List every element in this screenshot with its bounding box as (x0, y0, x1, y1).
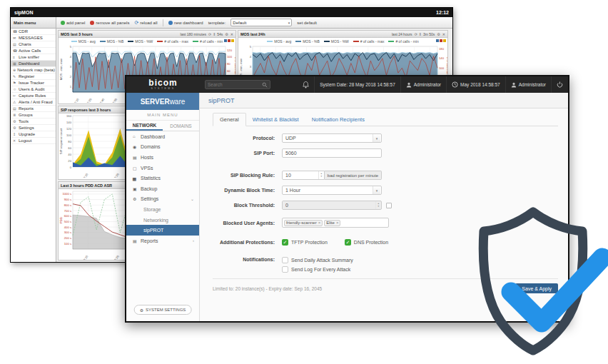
notifications-bell[interactable] (298, 76, 314, 93)
sidebar-item-backup[interactable]: ▣Backup (126, 183, 199, 194)
export-icon[interactable] (228, 39, 230, 42)
settings-icon[interactable]: ⚙ (225, 32, 228, 36)
sipmon-menu-item[interactable]: ☎CDR (11, 29, 56, 35)
bicom-logo: bicom SYSTEMS (126, 79, 200, 91)
checked-checkbox[interactable]: ✓ (282, 239, 288, 246)
blocking-rule-input[interactable] (283, 171, 318, 179)
sipmon-menu-item[interactable]: ≣Groups (11, 112, 56, 118)
sidebar-item-sipprot[interactable]: sipPROT (126, 225, 199, 236)
sidebar-item-reports[interactable]: ▤Reports› (126, 236, 199, 246)
sipmon-titlebar[interactable]: sipMON 12:12 (11, 8, 452, 17)
blocked-user-agents-input[interactable]: friendly-scanner×Elite× (282, 218, 389, 228)
sidebar-item-storage[interactable]: Storage (126, 204, 199, 215)
svg-text:600 s: 600 s (64, 214, 71, 218)
export-icon[interactable] (224, 39, 227, 42)
close-icon[interactable]: ✕ (442, 32, 445, 36)
tab-general[interactable]: General (213, 113, 246, 126)
search-box[interactable] (205, 80, 270, 89)
user-menu-2[interactable]: Administrator (505, 76, 551, 93)
sipmon-menu-item[interactable]: ⊕Network map (beta) (11, 67, 56, 74)
sipmon-menu-item[interactable]: ⚙Tools (11, 118, 56, 125)
sipmon-menu-item[interactable]: ▦Dashboard (11, 61, 56, 67)
sipmon-menu-item[interactable]: ☎Active Calls (11, 48, 56, 54)
tag-label: friendly-scanner (286, 221, 317, 225)
unchecked-checkbox[interactable] (282, 257, 288, 263)
sidebar-item-statistics[interactable]: ▅Statistics (126, 173, 199, 183)
checkbox-row: Send Log For Every Attack (282, 266, 353, 273)
sidebar-item-hosts[interactable]: ▤Hosts (126, 152, 199, 163)
legend-swatch (295, 41, 301, 42)
sipmon-menu-item[interactable]: ⚑Issue Tracker (11, 80, 56, 86)
remove-tag-icon[interactable]: × (336, 221, 339, 225)
block-threshold-stepper[interactable]: ▲▼ (282, 201, 382, 210)
unchecked-checkbox[interactable] (282, 266, 288, 273)
sidebar-item-settings[interactable]: ⚙Settings⌄ (126, 194, 199, 205)
sidebar-item-dashboard[interactable]: ⌂Dashboard (126, 131, 199, 142)
legend-swatch (388, 41, 394, 42)
user-menu-1[interactable]: Administrator (400, 76, 446, 93)
reload-all-button[interactable]: ⟳reload all (134, 20, 157, 26)
sipmon-menu-item[interactable]: ✉MESSAGES (11, 35, 56, 41)
bell-icon (303, 81, 309, 89)
logout-button[interactable] (551, 76, 568, 93)
pause-icon[interactable]: ‖ (420, 32, 421, 36)
svg-text:20: 20 (68, 159, 71, 163)
close-icon[interactable]: ✕ (230, 32, 233, 36)
template-select[interactable]: Default ▾ (230, 19, 292, 26)
gear-icon: ⚙ (133, 196, 141, 201)
checked-checkbox[interactable]: ✓ (345, 239, 351, 246)
new-dashboard-button[interactable]: new dashboard (168, 21, 203, 25)
sipmon-menu-item[interactable]: ▤Charts (11, 41, 56, 48)
svg-text:180: 180 (439, 47, 445, 51)
sipmon-menu-item[interactable]: ✂Capture Rules (11, 93, 56, 99)
set-default-link[interactable]: set default (297, 21, 317, 25)
system-settings-button[interactable]: ⚙ SYSTEM SETTINGS (134, 305, 192, 315)
sipmon-menu-item[interactable]: ✕Logout (11, 138, 56, 144)
sipmon-menu-item[interactable]: ≡Live sniffer (11, 54, 56, 61)
add-panel-button[interactable]: add panel (61, 21, 85, 25)
search-input[interactable] (208, 82, 262, 87)
blocking-rule-stepper[interactable]: ▲▼ (282, 171, 325, 180)
sipmon-menu-item[interactable]: ✎Register (11, 74, 56, 80)
form-row-sip-port: SIP Port: (200, 148, 568, 158)
protocol-select[interactable]: UDP ▾ (282, 133, 382, 143)
sipmon-menu-item[interactable]: ⚙Settings (11, 125, 56, 131)
tab-whitelist-blacklist[interactable]: Whitelist & Blacklist (246, 113, 305, 126)
session-clock[interactable]: May 2018 14:58:57 (446, 76, 505, 93)
sidebar-tab-domains[interactable]: DOMAINS (163, 121, 199, 131)
sidebar-item-label: Networking (143, 218, 168, 223)
tab-notification-recipients[interactable]: Notification Recipients (305, 113, 371, 126)
block-threshold-input[interactable] (283, 201, 375, 209)
groups-icon: ≣ (13, 113, 17, 117)
export-icon[interactable] (443, 39, 446, 42)
sipmon-menu-item[interactable]: ⚠Alerts / Anti Fraud (11, 99, 56, 106)
spinner-icon[interactable]: ▲▼ (375, 201, 381, 209)
sidebar-item-vpss[interactable]: ▢VPSs (126, 163, 199, 173)
sip-port-input[interactable] (282, 148, 382, 158)
remove-all-panels-button[interactable]: remove all panels (90, 21, 129, 25)
sidebar-item-domains[interactable]: ◉Domains (126, 142, 199, 153)
spinner-icon[interactable]: ▲▼ (318, 171, 324, 179)
legend-label: # of calls - max (360, 39, 385, 44)
sipmon-menu-item[interactable]: ☺Users & Audit (11, 86, 56, 93)
sipmon-menu-item[interactable]: ↥Upgrade (11, 131, 56, 138)
legend-item: MOS - %B (295, 39, 320, 44)
block-threshold-enable-checkbox[interactable] (386, 203, 392, 208)
sipmon-menu-label: MESSAGES (19, 36, 43, 40)
dynamic-block-time-select[interactable]: 1 Hour ▾ (282, 186, 382, 195)
settings-icon[interactable]: ⚙ (437, 32, 440, 36)
refresh-icon[interactable]: ⟳ (415, 32, 417, 36)
panel-export-icons[interactable] (436, 39, 446, 42)
pause-icon[interactable]: ‖ (213, 32, 215, 36)
remove-tag-icon[interactable]: × (318, 221, 321, 225)
sipmon-menu-item[interactable]: ▤Reports (11, 106, 56, 112)
sidebar-tab-network[interactable]: NETWORK (126, 121, 163, 131)
export-icon[interactable] (231, 39, 234, 42)
export-icon[interactable] (440, 39, 442, 42)
refresh-icon[interactable]: ⟳ (208, 32, 211, 36)
panel-export-icons[interactable] (224, 39, 234, 42)
refresh-timer: 3m 50s (423, 32, 435, 36)
legend-label: # of calls - min (395, 39, 418, 44)
sidebar-item-networking[interactable]: Networking (126, 215, 199, 226)
export-icon[interactable] (436, 39, 439, 42)
